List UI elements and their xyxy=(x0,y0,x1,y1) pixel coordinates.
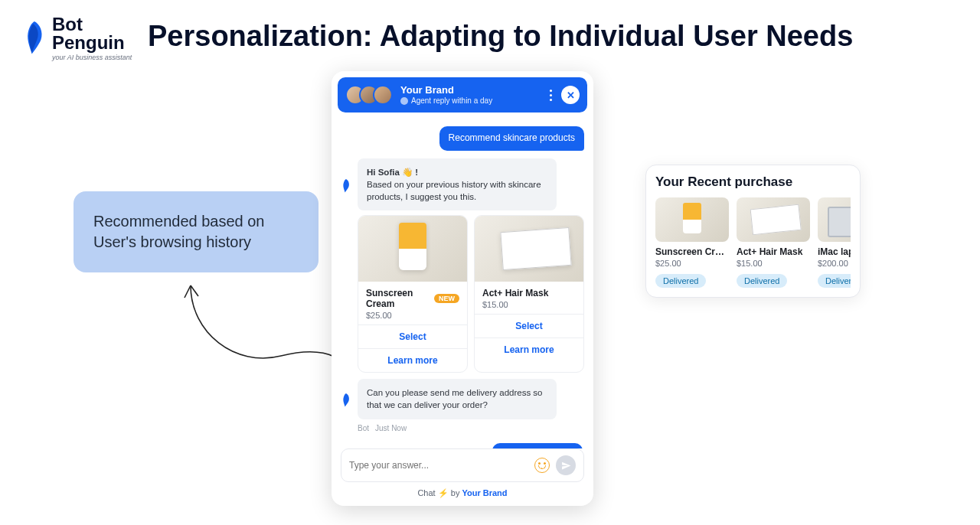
product-name: Sunscreen Cream xyxy=(366,288,430,309)
chat-widget: Your Brand Agent reply within a day ✕ Re… xyxy=(332,71,593,506)
select-button[interactable]: Select xyxy=(475,314,583,338)
learn-more-button[interactable]: Learn more xyxy=(358,348,467,372)
bot-message-row: Hi Sofia 👋 ! Based on your previous hist… xyxy=(341,158,584,210)
bolt-icon: ⚡ xyxy=(438,488,449,497)
bot-message: Can you please send me delivery address … xyxy=(358,379,557,419)
page-title: Personalization: Adapting to Individual … xyxy=(148,20,853,53)
brand-name-line1: Bot xyxy=(52,15,132,34)
recent-item: Act+ Hair Mask $15.00 Delivered xyxy=(737,197,810,288)
brand-logo: Bot Penguin your AI business assistant xyxy=(21,15,132,61)
new-badge: NEW xyxy=(434,294,459,303)
recent-purchase-title: Your Recent purchase xyxy=(655,174,851,190)
chat-menu-button[interactable] xyxy=(547,86,555,104)
avatar xyxy=(373,85,393,105)
recent-purchase-panel: Your Recent purchase Sunscreen Cream $25… xyxy=(645,165,861,298)
emoji-icon[interactable] xyxy=(534,458,550,473)
brand-tagline: your AI business assistant xyxy=(52,54,132,61)
footer-by: by xyxy=(451,488,460,497)
chat-reply-sla-text: Agent reply within a day xyxy=(411,96,492,106)
send-icon xyxy=(561,461,571,471)
recent-item-price: $15.00 xyxy=(737,259,810,268)
learn-more-button[interactable]: Learn more xyxy=(475,338,583,361)
bot-avatar-icon xyxy=(341,161,351,210)
recent-item-price: $200.00 xyxy=(818,259,851,268)
bot-message-body: Based on your previous history with skin… xyxy=(367,180,541,201)
product-image xyxy=(358,216,467,282)
recent-item-status: Delivered xyxy=(737,274,787,288)
recent-item-image xyxy=(818,197,851,242)
bot-avatar-icon xyxy=(341,382,351,419)
verified-icon xyxy=(400,97,408,105)
recent-item: Sunscreen Cream $25.00 Delivered xyxy=(655,197,729,288)
botpenguin-logo-icon xyxy=(21,20,47,57)
product-price: $25.00 xyxy=(366,311,459,320)
user-message: Recommend skincare products xyxy=(439,126,584,151)
bot-time-label: Just Now xyxy=(375,424,407,432)
chat-reply-sla: Agent reply within a day xyxy=(400,96,539,106)
bot-message-meta: Bot Just Now xyxy=(358,424,584,432)
recent-item-price: $25.00 xyxy=(655,259,729,268)
recent-item-name: Sunscreen Cream xyxy=(655,246,729,257)
product-card: Act+ Hair Mask $15.00 Select Learn more xyxy=(474,215,584,373)
chat-input[interactable] xyxy=(349,460,528,471)
footer-brand[interactable]: Your Brand xyxy=(462,488,507,497)
user-message: 112, Street,Town xyxy=(492,443,583,449)
recent-purchase-list: Sunscreen Cream $25.00 Delivered Act+ Ha… xyxy=(655,197,851,288)
product-name: Act+ Hair Mask xyxy=(482,288,548,298)
agent-avatars xyxy=(345,85,393,105)
recent-item-image xyxy=(655,197,729,242)
select-button[interactable]: Select xyxy=(358,324,467,348)
product-carousel: Sunscreen Cream NEW $25.00 Select Learn … xyxy=(358,215,584,373)
bot-greeting: Hi Sofia 👋 ! xyxy=(367,168,418,177)
send-button[interactable] xyxy=(556,455,576,475)
bot-message: Hi Sofia 👋 ! Based on your previous hist… xyxy=(358,158,557,210)
chat-close-button[interactable]: ✕ xyxy=(561,86,580,104)
callout-recommendation: Recommended based on User's browsing his… xyxy=(74,191,318,272)
recent-item-image xyxy=(737,197,810,242)
recent-item-name: iMac laptop xyxy=(818,246,851,257)
chat-body: Recommend skincare products Hi Sofia 👋 !… xyxy=(332,119,593,448)
product-price: $15.00 xyxy=(482,300,576,309)
product-image xyxy=(475,216,583,282)
recent-item-status: Delivered xyxy=(655,274,706,288)
chat-brand-name: Your Brand xyxy=(400,85,539,96)
footer-prefix: Chat xyxy=(417,488,435,497)
product-card: Sunscreen Cream NEW $25.00 Select Learn … xyxy=(358,215,468,373)
chat-header: Your Brand Agent reply within a day ✕ xyxy=(338,77,587,112)
chat-composer xyxy=(341,448,584,482)
brand-name-line2: Penguin xyxy=(52,34,132,52)
bot-message-row: Can you please send me delivery address … xyxy=(341,379,584,419)
close-icon: ✕ xyxy=(567,90,575,101)
bot-sender-label: Bot xyxy=(358,424,369,432)
recent-item-name: Act+ Hair Mask xyxy=(737,246,810,257)
chat-footer: Chat ⚡ by Your Brand xyxy=(332,487,593,506)
arrow-icon xyxy=(181,279,354,402)
recent-item: iMac laptop $200.00 Delivered xyxy=(818,197,851,288)
recent-item-status: Delivered xyxy=(818,274,851,288)
